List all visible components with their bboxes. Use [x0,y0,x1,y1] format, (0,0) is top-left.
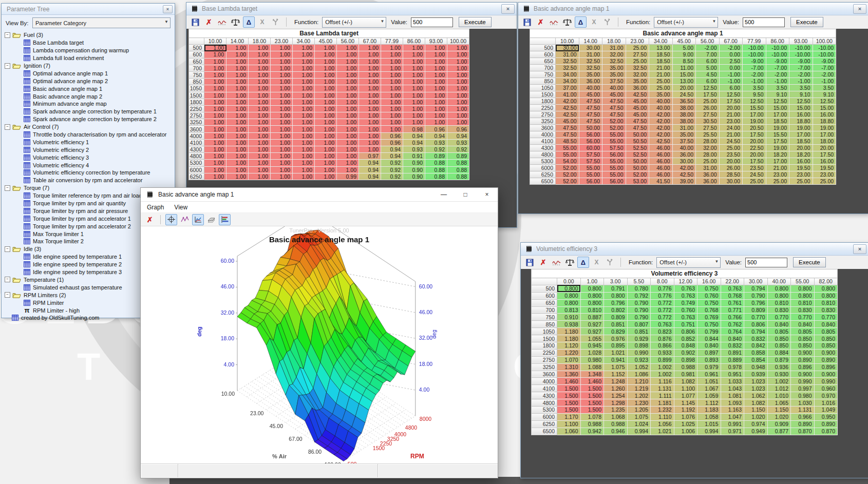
table-cell[interactable]: 0.800 [557,299,581,306]
table-cell[interactable]: 17.50 [813,151,836,158]
table-cell[interactable]: 1.077 [674,392,697,399]
table-cell[interactable]: 0.877 [767,428,791,435]
table-cell[interactable]: 1.00 [381,45,403,51]
tree-item[interactable]: Optimal advance angle map 2 [5,77,175,85]
titlebar[interactable]: Basic advance angle map 1 × [518,3,868,15]
table-cell[interactable]: 0.794 [744,328,768,335]
table-cell[interactable]: 24.00 [719,125,743,131]
table-cell[interactable]: 1.00 [227,139,249,146]
tree-item[interactable]: Optimal advance angle map 1 [5,69,175,77]
table-cell[interactable]: 1.00 [425,65,447,71]
table-cell[interactable]: 48.50 [556,138,579,145]
execute-button[interactable]: Execute [790,17,823,27]
col-header[interactable]: 14.00 [579,38,602,45]
table-cell[interactable]: 1.00 [249,132,271,139]
x-axis-button[interactable]: X [588,16,600,28]
chart-mode-button[interactable] [192,214,204,225]
table-cell[interactable]: 1.00 [227,112,249,119]
table-cell[interactable]: 0.978 [721,363,744,371]
table-cell[interactable]: 47.50 [556,125,579,131]
table-cell[interactable]: 0.893 [697,356,721,363]
table-cell[interactable]: 27.50 [626,51,649,58]
table-cell[interactable]: 20.00 [672,85,696,91]
table-cell[interactable]: 0.980 [791,392,815,399]
table-cell[interactable]: -9.00 [766,58,789,65]
table-cell[interactable]: 15.00 [789,105,813,111]
row-header[interactable]: 4300 [530,145,556,151]
table-cell[interactable]: -10.00 [789,45,813,51]
table-cell[interactable]: 11.00 [672,65,696,71]
table-cell[interactable]: 1.00 [293,160,315,166]
table-cell[interactable]: 1.00 [315,92,337,99]
table-cell[interactable]: 0.840 [791,321,815,328]
table-cell[interactable]: 25.00 [696,98,720,105]
table-cell[interactable]: 0.850 [767,335,791,342]
table-cell[interactable]: 0.830 [814,306,838,314]
table-cell[interactable]: 1.500 [557,385,581,392]
table-cell[interactable]: 18.80 [813,118,836,125]
col-header[interactable]: 22.00 [721,278,744,285]
table-cell[interactable]: 40.00 [602,85,626,91]
table-cell[interactable]: 1.043 [721,385,744,392]
table-cell[interactable]: 1.00 [425,58,447,65]
table-cell[interactable]: 1.00 [293,112,315,119]
row-header[interactable]: 6250 [530,171,556,178]
table-cell[interactable]: 60.00 [579,145,602,151]
table-cell[interactable]: -9.00 [813,58,836,65]
table-cell[interactable]: 1.00 [271,71,293,78]
table-cell[interactable]: 1.00 [337,132,359,139]
table-cell[interactable]: 1.131 [791,406,815,414]
table-cell[interactable]: 36.00 [672,151,696,158]
table-cell[interactable]: 25.00 [766,178,789,185]
table-cell[interactable]: 1.056 [651,420,674,428]
table-cell[interactable]: 1.00 [204,119,227,126]
table-cell[interactable]: 9.10 [813,91,836,98]
table-cell[interactable]: 23.00 [766,171,789,178]
table-cell[interactable]: 1.00 [293,45,315,51]
table-cell[interactable]: 56.00 [602,151,626,158]
table-cell[interactable]: 0.850 [767,342,791,350]
table-cell[interactable]: 1.00 [249,112,271,119]
table-cell[interactable]: 1.00 [337,105,359,112]
table-cell[interactable]: 0.800 [604,292,628,299]
table-cell[interactable]: 0.800 [580,299,604,306]
table-cell[interactable]: 0.807 [627,321,651,328]
table-cell[interactable]: 0.890 [814,356,838,363]
titlebar[interactable]: Basic advance angle map 1 — □ × [141,188,498,202]
table-cell[interactable]: 0.823 [651,328,674,335]
table-cell[interactable]: 0.941 [604,356,628,363]
table-cell[interactable]: 0.902 [674,349,697,356]
table-cell[interactable]: 0.94 [403,132,425,139]
table-cell[interactable]: 1.068 [604,413,628,420]
table-cell[interactable]: 0.832 [744,335,768,342]
table-cell[interactable]: 1.086 [627,371,651,378]
function-select[interactable]: Offset (+/-) ▼ [654,17,718,28]
tree-item[interactable]: Base Lambda target [5,39,175,47]
table-cell[interactable]: 0.750 [697,321,721,328]
table-cell[interactable]: 1.232 [651,406,674,414]
table-cell[interactable]: 1.116 [651,378,674,385]
table-cell[interactable]: 45.00 [602,91,626,98]
col-header[interactable]: 93.00 [789,38,813,45]
row-header[interactable]: 3600 [189,126,204,132]
table-cell[interactable]: 1.00 [227,51,249,58]
table-cell[interactable]: 0.842 [744,342,768,350]
table-cell[interactable]: 1.205 [627,406,651,414]
table-cell[interactable]: 1.00 [271,153,293,160]
table-cell[interactable]: 0.790 [627,314,651,321]
table-cell[interactable]: 1.00 [337,153,359,160]
trace-curve-button[interactable] [548,16,560,28]
collapse-icon[interactable]: − [5,246,10,252]
table-cell[interactable]: 42.00 [672,165,696,171]
table-cell[interactable]: 56.00 [579,131,602,138]
table-cell[interactable]: 13.00 [672,78,696,85]
table-cell[interactable]: 50.00 [579,125,602,131]
row-header[interactable]: 4800 [189,153,204,160]
table-cell[interactable]: 1.00 [315,45,337,51]
table-cell[interactable]: 0.850 [814,342,838,350]
table-cell[interactable]: 0.796 [604,299,628,306]
table-cell[interactable]: 1.00 [381,51,403,58]
table-cell[interactable]: -9.00 [789,58,813,65]
table-cell[interactable]: 1.00 [271,126,293,132]
table-cell[interactable]: 35.00 [602,65,626,71]
